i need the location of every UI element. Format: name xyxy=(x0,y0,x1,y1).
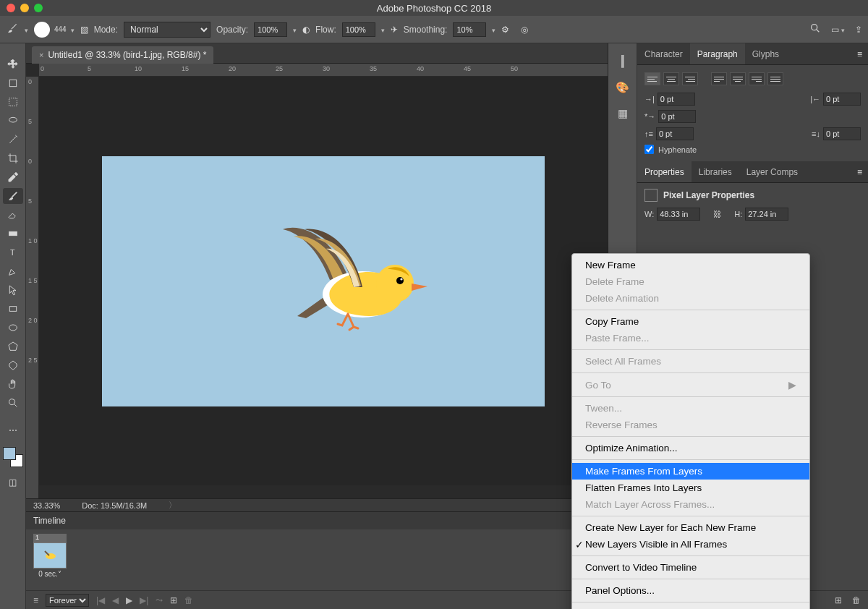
first-frame-icon[interactable]: |◀ xyxy=(96,595,105,605)
indent-left-input[interactable] xyxy=(658,93,695,106)
first-line-indent-input[interactable] xyxy=(658,110,696,123)
brush-settings-icon[interactable]: ▕▏ xyxy=(614,55,631,68)
panel-menu-icon[interactable]: ≡ xyxy=(851,43,868,64)
smoothing-input[interactable] xyxy=(453,22,486,37)
align-left-button[interactable] xyxy=(644,72,660,85)
ellipse-tool[interactable] xyxy=(3,320,23,336)
opacity-dropdown[interactable] xyxy=(293,25,297,35)
align-center-button[interactable] xyxy=(663,72,679,85)
link-wh-icon[interactable]: ⛓ xyxy=(713,210,721,218)
justify-last-right-button[interactable] xyxy=(749,72,765,85)
next-frame-icon[interactable]: ▶| xyxy=(140,595,148,605)
hyphenate-checkbox[interactable] xyxy=(644,145,654,154)
tab-glyphs[interactable]: Glyphs xyxy=(745,43,786,64)
type-tool[interactable]: T xyxy=(3,244,23,260)
tab-paragraph[interactable]: Paragraph xyxy=(690,43,745,64)
space-after-input[interactable] xyxy=(823,127,861,140)
menu-item-convert-to-video-timeline[interactable]: Convert to Video Timeline xyxy=(572,559,809,576)
patterns-icon[interactable]: ▦ xyxy=(618,107,628,120)
move-tool[interactable] xyxy=(3,56,23,72)
tab-libraries[interactable]: Libraries xyxy=(692,161,739,182)
menu-item-make-frames-from-layers[interactable]: Make Frames From Layers xyxy=(572,463,809,480)
artboard-tool[interactable] xyxy=(3,75,23,91)
brush-picker-dropdown[interactable] xyxy=(71,25,75,35)
flow-input[interactable] xyxy=(342,22,375,37)
menu-item-close[interactable]: Close xyxy=(572,605,809,609)
height-input[interactable] xyxy=(745,208,788,221)
timeline-frame[interactable]: 1 0 sec.˅ xyxy=(33,534,67,579)
close-window-button[interactable] xyxy=(7,4,15,12)
symmetry-icon[interactable]: ◎ xyxy=(521,25,528,35)
brush-settings-toggle-icon[interactable]: ▧ xyxy=(80,25,88,35)
delete-layer-icon[interactable]: 🗑 xyxy=(852,595,861,605)
share-icon[interactable]: ⇪ xyxy=(855,25,862,35)
zoom-tool[interactable] xyxy=(3,395,23,411)
new-layer-icon[interactable]: ⊞ xyxy=(835,595,842,605)
flow-dropdown[interactable] xyxy=(381,25,385,35)
airbrush-icon[interactable]: ✈ xyxy=(391,25,398,35)
magic-wand-tool[interactable] xyxy=(3,132,23,148)
menu-item-create-new-layer-for-each-new-frame[interactable]: Create New Layer for Each New Frame xyxy=(572,519,809,536)
width-input[interactable] xyxy=(657,208,700,221)
timeline-flyout-menu[interactable]: New FrameDelete FrameDelete AnimationCop… xyxy=(571,253,810,609)
menu-item-panel-options[interactable]: Panel Options... xyxy=(572,582,809,599)
menu-item-new-frame[interactable]: New Frame xyxy=(572,257,809,273)
close-tab-icon[interactable]: × xyxy=(39,51,43,59)
menu-item-flatten-frames-into-layers[interactable]: Flatten Frames Into Layers xyxy=(572,480,809,496)
justify-all-button[interactable] xyxy=(767,72,783,85)
hand-tool[interactable] xyxy=(3,376,23,392)
lasso-tool[interactable] xyxy=(3,113,23,129)
tween-icon[interactable]: ⤳ xyxy=(156,595,163,605)
gradient-tool[interactable] xyxy=(3,226,23,242)
align-right-button[interactable] xyxy=(682,72,698,85)
justify-last-center-button[interactable] xyxy=(730,72,746,85)
tool-preset-dropdown[interactable] xyxy=(25,25,28,35)
eraser-tool[interactable] xyxy=(3,207,23,223)
menu-item-copy-frame[interactable]: Copy Frame xyxy=(572,313,809,330)
menu-item-new-layers-visible-in-all-frames[interactable]: ✓New Layers Visible in All Frames xyxy=(572,536,809,553)
menu-item-optimize-animation[interactable]: Optimize Animation... xyxy=(572,440,809,456)
tab-character[interactable]: Character xyxy=(637,43,690,64)
frame-duration[interactable]: 0 sec.˅ xyxy=(33,568,67,579)
doc-size[interactable]: Doc: 19.5M/16.3M xyxy=(82,501,147,510)
space-before-input[interactable] xyxy=(656,127,694,140)
brush-tool[interactable] xyxy=(3,188,23,204)
zoom-window-button[interactable] xyxy=(34,4,43,12)
crop-tool[interactable] xyxy=(3,150,23,166)
polygon-tool[interactable] xyxy=(3,338,23,354)
custom-shape-tool[interactable] xyxy=(3,357,23,373)
tab-properties[interactable]: Properties xyxy=(637,161,692,182)
brush-tool-icon[interactable] xyxy=(6,22,19,37)
indent-right-input[interactable] xyxy=(823,93,861,106)
path-selection-tool[interactable] xyxy=(3,282,23,298)
panel-menu-icon[interactable]: ≡ xyxy=(851,161,868,182)
minimize-window-button[interactable] xyxy=(20,4,29,12)
pressure-opacity-icon[interactable]: ◐ xyxy=(302,25,310,35)
tab-layer-comps[interactable]: Layer Comps xyxy=(739,161,805,182)
loop-select[interactable]: Forever xyxy=(46,594,89,607)
search-icon[interactable] xyxy=(809,22,821,36)
canvas-area[interactable] xyxy=(39,77,608,485)
timeline-menu-icon[interactable]: ≡ xyxy=(33,595,38,605)
play-icon[interactable]: ▶ xyxy=(126,595,132,605)
foreground-color-swatch[interactable] xyxy=(3,447,16,460)
zoom-level[interactable]: 33.33% xyxy=(33,501,60,510)
eyedropper-tool[interactable] xyxy=(3,169,23,185)
delete-frame-icon[interactable]: 🗑 xyxy=(184,595,193,605)
marquee-tool[interactable] xyxy=(3,94,23,110)
new-frame-icon[interactable]: ⊞ xyxy=(170,595,177,605)
status-chevron-icon[interactable]: 〉 xyxy=(169,500,176,511)
workspace-switcher[interactable]: ▭ xyxy=(831,25,845,35)
smoothing-options-icon[interactable]: ⚙ xyxy=(501,25,509,35)
opacity-input[interactable] xyxy=(254,22,287,37)
pen-tool[interactable] xyxy=(3,263,23,279)
quick-mask-toggle[interactable]: ◫ xyxy=(3,474,23,490)
justify-last-left-button[interactable] xyxy=(711,72,727,85)
document-tab[interactable]: × Untitled1 @ 33.3% (bird-1.jpg, RGB/8#)… xyxy=(32,46,213,64)
swatches-icon[interactable]: 🎨 xyxy=(616,81,629,94)
edit-toolbar[interactable]: ⋯ xyxy=(3,422,23,438)
blend-mode-select[interactable]: Normal xyxy=(124,22,210,38)
color-swatches[interactable] xyxy=(3,447,23,467)
prev-frame-icon[interactable]: ◀ xyxy=(112,595,119,605)
smoothing-dropdown[interactable] xyxy=(492,25,495,35)
